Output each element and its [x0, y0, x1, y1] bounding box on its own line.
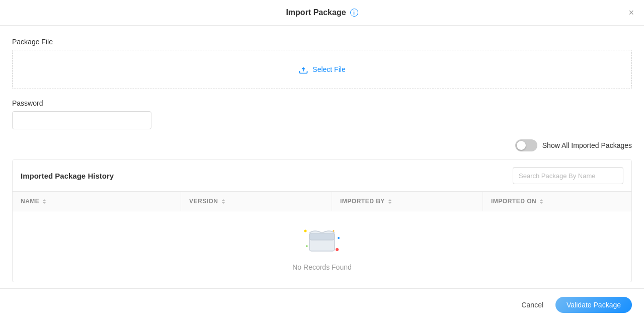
modal-body: Package File Select File Pas: [0, 26, 644, 288]
select-file-label: Select File: [312, 65, 345, 73]
file-upload-area[interactable]: Select File: [12, 50, 632, 89]
sort-up-imported-by: [388, 199, 392, 201]
col-imported-on-label: IMPORTED ON: [491, 198, 536, 205]
sort-icon-imported-on: [539, 199, 543, 204]
sort-down-name: [42, 202, 46, 204]
sort-icon-imported-by: [388, 199, 392, 204]
password-label: Password: [12, 99, 632, 107]
import-package-modal: Import Package i × Package File: [0, 0, 644, 321]
svg-point-3: [338, 237, 340, 239]
svg-point-4: [336, 248, 339, 251]
modal-overlay: Import Package i × Package File: [0, 0, 644, 321]
info-icon[interactable]: i: [350, 9, 358, 17]
col-header-imported-on[interactable]: IMPORTED ON: [483, 192, 631, 211]
close-button[interactable]: ×: [628, 8, 634, 17]
sort-up-imported-on: [539, 199, 543, 201]
modal-header: Import Package i ×: [0, 0, 644, 26]
svg-point-2: [304, 230, 306, 232]
sort-down-version: [221, 202, 225, 204]
col-imported-by-label: IMPORTED BY: [340, 198, 385, 205]
table-header: NAME VERSION IMPORTE: [13, 192, 631, 211]
sort-up-name: [42, 199, 46, 201]
no-records-text: No Records Found: [292, 263, 352, 271]
sort-down-imported-on: [539, 202, 543, 204]
svg-point-5: [306, 246, 307, 247]
col-header-version[interactable]: VERSION: [181, 192, 332, 211]
sort-icon-name: [42, 199, 46, 204]
show-all-toggle[interactable]: [515, 139, 537, 151]
password-section: Password: [12, 99, 632, 129]
modal-footer: Cancel Validate Package: [0, 288, 644, 321]
toggle-row: Show All Imported Packages: [12, 139, 632, 151]
upload-icon: [298, 64, 308, 74]
package-file-section: Package File Select File: [12, 38, 632, 89]
history-header: Imported Package History: [13, 160, 631, 192]
modal-title: Import Package i: [286, 8, 358, 17]
col-name-label: NAME: [21, 198, 39, 205]
history-section: Imported Package History NAME VERSION: [12, 159, 632, 282]
validate-package-button[interactable]: Validate Package: [555, 297, 632, 313]
col-header-name[interactable]: NAME: [13, 192, 181, 211]
toggle-slider: [515, 139, 537, 151]
search-input[interactable]: [513, 167, 623, 184]
col-version-label: VERSION: [189, 198, 218, 205]
svg-rect-1: [309, 233, 335, 240]
password-input[interactable]: [12, 111, 151, 129]
sort-down-imported-by: [388, 202, 392, 204]
empty-illustration: [299, 222, 345, 257]
empty-state: No Records Found: [292, 222, 352, 271]
cancel-button[interactable]: Cancel: [515, 298, 549, 312]
sort-icon-version: [221, 199, 225, 204]
sort-up-version: [221, 199, 225, 201]
history-title: Imported Package History: [21, 172, 114, 180]
toggle-label: Show All Imported Packages: [542, 141, 632, 149]
package-file-label: Package File: [12, 38, 632, 46]
col-header-imported-by[interactable]: IMPORTED BY: [332, 192, 483, 211]
modal-title-text: Import Package: [286, 8, 346, 17]
select-file-button[interactable]: Select File: [298, 64, 345, 74]
svg-point-6: [333, 230, 334, 232]
table-body: No Records Found: [13, 211, 631, 282]
